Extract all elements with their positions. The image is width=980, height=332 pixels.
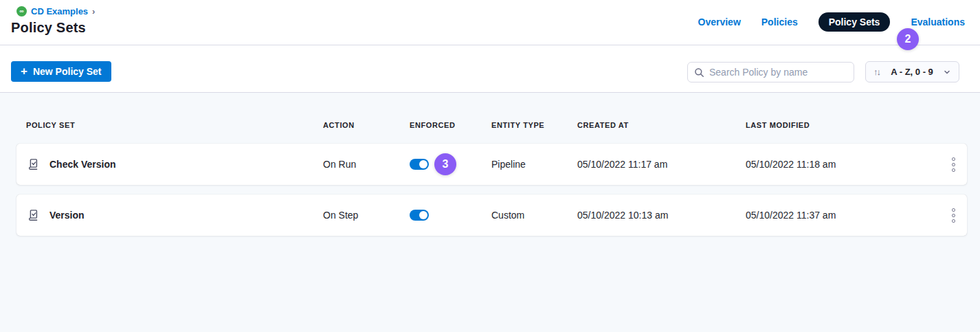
chevron-right-icon: › [92,6,95,16]
last-modified-cell: 05/10/2022 11:37 am [746,210,939,221]
page-title: Policy Sets [11,20,86,36]
toolbar: + New Policy Set ↑↓ A - Z, 0 - 9 [0,45,980,93]
policy-set-icon [26,208,41,223]
row-menu-kebab-icon[interactable] [944,153,962,176]
search-icon [694,67,704,78]
enforced-toggle[interactable] [410,159,429,170]
sort-arrows-icon: ↑↓ [873,67,880,77]
entity-type-cell: Custom [491,210,577,221]
table-header-row: POLICY SET ACTION ENFORCED ENTITY TYPE C… [16,121,967,129]
search-box [687,62,854,82]
plus-icon: + [21,65,27,77]
col-header-action: ACTION [323,121,410,129]
col-header-entity-type: ENTITY TYPE [491,121,577,129]
policy-set-icon [26,157,41,172]
col-header-policy-set: POLICY SET [26,121,323,129]
policy-set-name: Version [49,210,85,221]
tab-policy-sets[interactable]: Policy Sets [818,12,891,32]
tour-step-badge-2[interactable]: 2 [897,28,919,50]
table-row[interactable]: Check Version On Run 3 Pipeline 05/10/20… [16,144,967,185]
tab-policies[interactable]: Policies [761,17,798,27]
col-header-enforced: ENFORCED [410,121,491,129]
action-cell: On Run [323,159,410,170]
cd-module-icon: ∞ [16,6,27,16]
policy-set-name: Check Version [49,159,116,170]
entity-type-cell: Pipeline [491,159,577,170]
policy-sets-table: POLICY SET ACTION ENFORCED ENTITY TYPE C… [0,93,980,332]
created-at-cell: 05/10/2022 10:13 am [577,210,746,221]
tab-evaluations[interactable]: Evaluations [911,17,965,27]
col-header-last-modified: LAST MODIFIED [746,121,939,129]
tour-step-badge-3[interactable]: 3 [434,153,456,175]
page-header: ∞ CD Examples › Policy Sets Overview Pol… [0,0,980,45]
last-modified-cell: 05/10/2022 11:18 am [746,159,939,170]
action-cell: On Step [323,210,410,221]
created-at-cell: 05/10/2022 11:17 am [577,159,746,170]
new-policy-set-button-label: New Policy Set [33,66,102,77]
table-row[interactable]: Version On Step Custom 05/10/2022 10:13 … [16,195,967,236]
new-policy-set-button[interactable]: + New Policy Set [11,61,111,82]
row-menu-kebab-icon[interactable] [944,203,962,227]
enforced-toggle[interactable] [410,210,429,221]
sort-selected-value: A - Z, 0 - 9 [885,67,939,77]
chevron-down-icon [943,68,951,76]
breadcrumb-link-cd-examples[interactable]: CD Examples [31,6,88,16]
sort-dropdown[interactable]: ↑↓ A - Z, 0 - 9 [865,61,959,82]
col-header-created-at: CREATED AT [577,121,746,129]
nav-tabs: Overview Policies Policy Sets Evaluation… [698,12,965,32]
breadcrumb: ∞ CD Examples › [16,6,95,16]
search-input[interactable] [709,67,847,78]
tab-overview[interactable]: Overview [698,17,741,27]
